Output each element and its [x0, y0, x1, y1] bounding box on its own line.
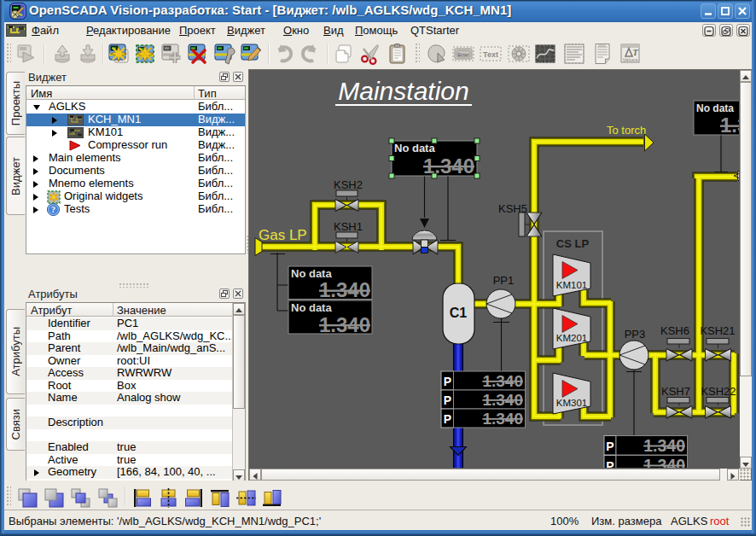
- svg-text:?: ?: [51, 205, 55, 214]
- svg-text:KSH7: KSH7: [661, 385, 690, 398]
- svg-text:1.340: 1.340: [423, 154, 474, 178]
- svg-text:No data: No data: [394, 142, 435, 154]
- svg-text:Mainstation: Mainstation: [338, 77, 468, 105]
- svg-text:Gas LP: Gas LP: [259, 227, 307, 243]
- svg-text:PP1: PP1: [493, 274, 515, 287]
- svg-text:T: T: [633, 48, 639, 57]
- svg-text:KSH6: KSH6: [660, 324, 689, 337]
- svg-text:KSH22: KSH22: [701, 385, 736, 398]
- svg-text:1.340: 1.340: [643, 456, 685, 469]
- svg-text:No data: No data: [696, 102, 734, 114]
- svg-text:P: P: [444, 412, 451, 426]
- svg-text:Text: Text: [483, 50, 498, 59]
- svg-text:KM101: KM101: [556, 280, 587, 290]
- svg-text:PP3: PP3: [625, 328, 646, 341]
- svg-text:CS LP: CS LP: [556, 237, 590, 250]
- svg-text:P: P: [444, 375, 451, 388]
- svg-text:KSH5: KSH5: [498, 202, 527, 215]
- svg-text:1.340: 1.340: [482, 391, 523, 409]
- svg-text:1.340: 1.340: [319, 313, 370, 336]
- svg-text:P: P: [606, 440, 614, 453]
- svg-text:KSH2: KSH2: [334, 178, 363, 191]
- svg-text:Enter: Enter: [457, 52, 468, 57]
- svg-text:Values: Values: [623, 57, 638, 62]
- svg-text:KSH21: KSH21: [700, 324, 735, 337]
- svg-text:1.340: 1.340: [319, 278, 370, 301]
- svg-text:C1: C1: [450, 306, 468, 320]
- svg-text:1.340: 1.340: [482, 410, 523, 428]
- svg-text:KSH1: KSH1: [334, 220, 363, 233]
- svg-text:P: P: [606, 459, 614, 469]
- svg-text:1.340: 1.340: [643, 436, 685, 455]
- svg-text:1.340: 1.340: [482, 372, 523, 390]
- svg-text:1.340: 1.340: [720, 114, 739, 137]
- svg-text:KM301: KM301: [556, 398, 587, 408]
- svg-text:To torch: To torch: [607, 124, 646, 137]
- svg-text:KM201: KM201: [556, 333, 587, 343]
- svg-text:P: P: [444, 393, 451, 407]
